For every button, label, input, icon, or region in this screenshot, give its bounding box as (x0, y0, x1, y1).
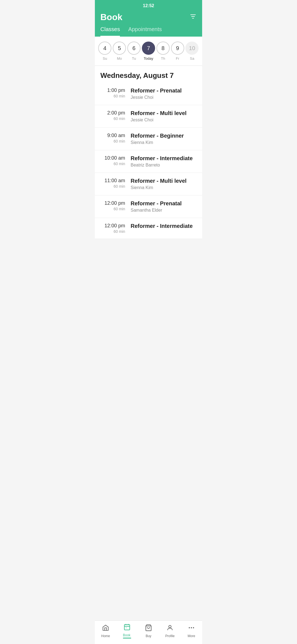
calendar-day-7[interactable]: 7Today (142, 42, 155, 61)
status-bar: 12:52 (95, 0, 202, 9)
class-info: Reformer - Prenatal Samantha Elder (131, 200, 197, 213)
class-info: Reformer - Intermediate (131, 223, 197, 230)
calendar-strip: 4Su5Mo6Tu7Today8Th9Fr10Sa (95, 37, 202, 66)
svg-rect-0 (190, 14, 196, 15)
tab-classes[interactable]: Classes (100, 26, 120, 37)
class-item-6[interactable]: 12:00 pm 60 min Reformer - Intermediate (95, 218, 202, 239)
class-time: 2:00 pm 60 min (100, 110, 131, 121)
tabs-container: Classes Appointments (95, 22, 202, 37)
class-item-5[interactable]: 12:00 pm 60 min Reformer - Prenatal Sama… (95, 195, 202, 218)
tab-appointments[interactable]: Appointments (128, 26, 162, 37)
page-title: Book (100, 12, 122, 22)
date-heading: Wednesday, August 7 (95, 66, 202, 83)
class-item-2[interactable]: 9:00 am 60 min Reformer - Beginner Sienn… (95, 128, 202, 150)
header: Book (95, 9, 202, 22)
class-time: 9:00 am 60 min (100, 133, 131, 143)
calendar-day-10[interactable]: 10Sa (185, 42, 199, 61)
calendar-day-4[interactable]: 4Su (98, 42, 111, 61)
class-info: Reformer - Intermediate Beatriz Barreto (131, 155, 197, 168)
calendar-day-9[interactable]: 9Fr (171, 42, 184, 61)
filter-icon[interactable] (189, 13, 197, 22)
class-info: Reformer - Multi level Sienna Kim (131, 178, 197, 190)
class-info: Reformer - Beginner Sienna Kim (131, 133, 197, 145)
class-time: 1:00 pm 60 min (100, 88, 131, 98)
class-time: 12:00 pm 60 min (100, 223, 131, 234)
status-time: 12:52 (143, 3, 154, 8)
class-info: Reformer - Multi level Jessie Choi (131, 110, 197, 122)
calendar-day-8[interactable]: 8Th (156, 42, 170, 61)
svg-rect-1 (191, 16, 195, 17)
class-item-1[interactable]: 2:00 pm 60 min Reformer - Multi level Je… (95, 105, 202, 128)
class-time: 11:00 am 60 min (100, 178, 131, 189)
calendar-day-5[interactable]: 5Mo (113, 42, 126, 61)
class-item-0[interactable]: 1:00 pm 60 min Reformer - Prenatal Jessi… (95, 83, 202, 105)
calendar-day-6[interactable]: 6Tu (127, 42, 141, 61)
class-info: Reformer - Prenatal Jessie Choi (131, 88, 197, 100)
class-item-4[interactable]: 11:00 am 60 min Reformer - Multi level S… (95, 173, 202, 195)
class-time: 10:00 am 60 min (100, 155, 131, 166)
class-time: 12:00 pm 60 min (100, 200, 131, 211)
class-item-3[interactable]: 10:00 am 60 min Reformer - Intermediate … (95, 150, 202, 173)
class-list: 1:00 pm 60 min Reformer - Prenatal Jessi… (95, 83, 202, 239)
svg-rect-2 (192, 18, 194, 18)
